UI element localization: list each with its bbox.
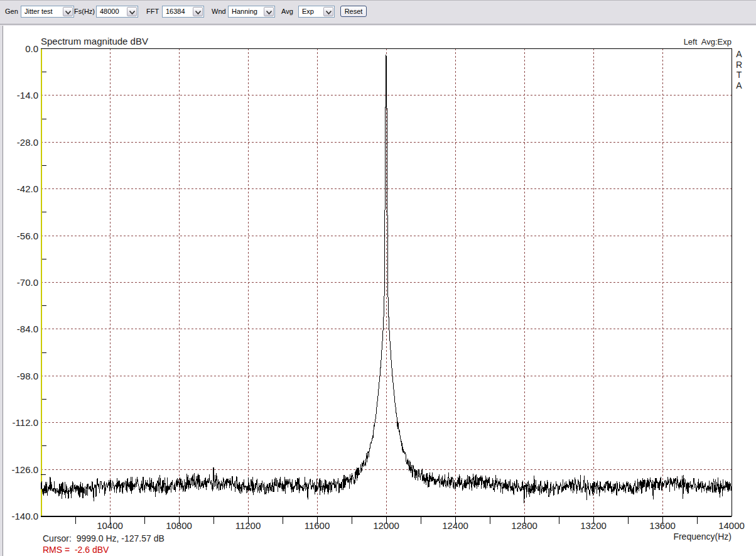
y-tick-label: 0.0 <box>1 43 38 54</box>
y-tick-label: -112.0 <box>1 417 38 428</box>
y-tick-label: -70.0 <box>1 277 38 288</box>
x-tick-label: 10400 <box>88 520 132 531</box>
cursor-line[interactable] <box>41 49 42 516</box>
grid-lines <box>41 48 732 516</box>
y-tick-label: -14.0 <box>1 90 38 101</box>
x-tick-label: 10800 <box>157 520 201 531</box>
x-tick-label: 11200 <box>226 520 270 531</box>
spectrum-plot-canvas[interactable] <box>0 0 756 556</box>
x-axis-title: Frequency(Hz) <box>628 531 732 542</box>
y-tick-label: -98.0 <box>1 371 38 381</box>
rms-readout: RMS = -2.6 dBV <box>43 545 109 555</box>
x-tick-label: 12000 <box>364 520 408 531</box>
arta-logo: A R T A <box>733 49 745 90</box>
x-tick-label: 13600 <box>640 520 684 531</box>
x-tick-label: 11600 <box>295 520 339 531</box>
x-tick-label: 12400 <box>433 520 477 531</box>
x-tick-label: 12800 <box>502 520 546 531</box>
y-tick-label: -84.0 <box>1 324 38 334</box>
y-tick-label: -56.0 <box>1 231 38 241</box>
y-tick-label: -42.0 <box>1 183 38 194</box>
plot-title: Spectrum magnitude dBV <box>41 36 148 46</box>
channel-info: Left Avg:Exp <box>606 37 732 46</box>
y-tick-label: -126.0 <box>1 464 38 475</box>
x-tick-label: 14000 <box>710 520 753 531</box>
app-root: { "toolbar": { "gen_label": "Gen", "gen_… <box>0 0 756 556</box>
y-tick-label: -28.0 <box>1 137 38 148</box>
x-tick-label: 13200 <box>571 520 615 531</box>
y-tick-label: -140.0 <box>1 511 38 521</box>
cursor-readout: Cursor: 9999.0 Hz, -127.57 dB <box>43 533 165 543</box>
